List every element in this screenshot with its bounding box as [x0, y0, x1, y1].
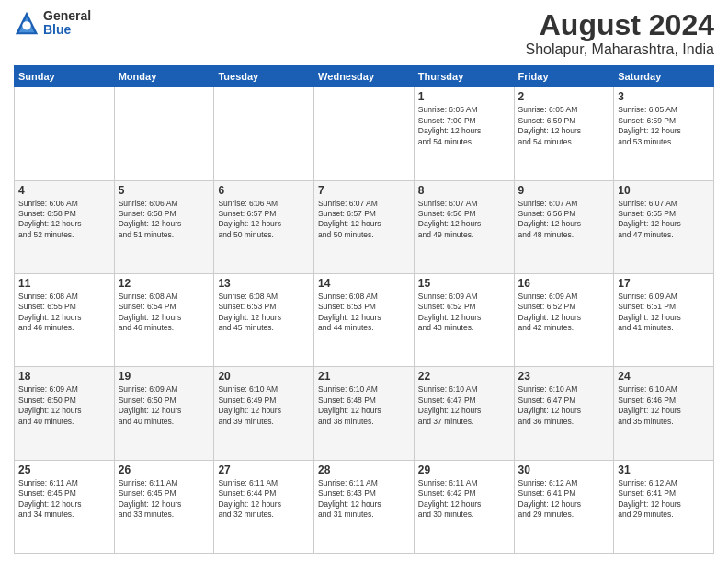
day-info: Sunrise: 6:05 AM Sunset: 6:59 PM Dayligh…: [618, 105, 710, 147]
header: General Blue August 2024 Sholapur, Mahar…: [14, 9, 714, 58]
day-number: 5: [119, 184, 210, 197]
day-info: Sunrise: 6:09 AM Sunset: 6:52 PM Dayligh…: [418, 292, 510, 334]
day-info: Sunrise: 6:09 AM Sunset: 6:50 PM Dayligh…: [119, 385, 210, 427]
day-number: 11: [18, 277, 110, 290]
day-number: 29: [418, 464, 510, 477]
title-section: August 2024 Sholapur, Maharashtra, India: [526, 9, 714, 58]
day-info: Sunrise: 6:10 AM Sunset: 6:46 PM Dayligh…: [618, 385, 710, 427]
day-number: 30: [518, 464, 610, 477]
day-number: 16: [518, 277, 610, 290]
day-info: Sunrise: 6:08 AM Sunset: 6:54 PM Dayligh…: [119, 292, 210, 334]
day-info: Sunrise: 6:07 AM Sunset: 6:57 PM Dayligh…: [318, 199, 410, 241]
col-wednesday: Wednesday: [314, 66, 415, 87]
day-number: 6: [218, 184, 310, 197]
day-cell-4-4: 29Sunrise: 6:11 AM Sunset: 6:42 PM Dayli…: [414, 460, 514, 553]
day-cell-4-1: 26Sunrise: 6:11 AM Sunset: 6:45 PM Dayli…: [114, 460, 214, 553]
day-number: 13: [218, 277, 310, 290]
logo-text: General Blue: [43, 9, 91, 38]
day-number: 19: [119, 370, 210, 383]
day-cell-1-0: 4Sunrise: 6:06 AM Sunset: 6:58 PM Daylig…: [15, 180, 115, 273]
day-number: 18: [18, 370, 110, 383]
day-cell-0-4: 1Sunrise: 6:05 AM Sunset: 7:00 PM Daylig…: [414, 87, 514, 180]
day-info: Sunrise: 6:06 AM Sunset: 6:57 PM Dayligh…: [218, 199, 310, 241]
main-title: August 2024: [526, 9, 714, 41]
day-cell-4-3: 28Sunrise: 6:11 AM Sunset: 6:43 PM Dayli…: [314, 460, 415, 553]
day-info: Sunrise: 6:11 AM Sunset: 6:42 PM Dayligh…: [418, 478, 510, 521]
day-cell-1-2: 6Sunrise: 6:06 AM Sunset: 6:57 PM Daylig…: [214, 180, 314, 273]
day-number: 25: [18, 464, 110, 477]
week-row-2: 11Sunrise: 6:08 AM Sunset: 6:55 PM Dayli…: [15, 273, 714, 366]
day-number: 3: [618, 90, 710, 103]
col-sunday: Sunday: [15, 66, 115, 87]
col-monday: Monday: [114, 66, 214, 87]
col-tuesday: Tuesday: [214, 66, 314, 87]
day-cell-2-5: 16Sunrise: 6:09 AM Sunset: 6:52 PM Dayli…: [514, 273, 614, 366]
day-number: 23: [518, 370, 610, 383]
day-info: Sunrise: 6:08 AM Sunset: 6:53 PM Dayligh…: [318, 292, 410, 334]
day-number: 8: [418, 184, 510, 197]
day-cell-1-5: 9Sunrise: 6:07 AM Sunset: 6:56 PM Daylig…: [514, 180, 614, 273]
day-number: 26: [119, 464, 210, 477]
day-number: 24: [618, 370, 710, 383]
day-info: Sunrise: 6:12 AM Sunset: 6:41 PM Dayligh…: [518, 478, 610, 521]
day-cell-2-0: 11Sunrise: 6:08 AM Sunset: 6:55 PM Dayli…: [15, 273, 115, 366]
logo-icon: [14, 10, 40, 36]
day-info: Sunrise: 6:05 AM Sunset: 6:59 PM Dayligh…: [518, 105, 610, 147]
day-number: 17: [618, 277, 710, 290]
day-cell-1-4: 8Sunrise: 6:07 AM Sunset: 6:56 PM Daylig…: [414, 180, 514, 273]
day-cell-2-4: 15Sunrise: 6:09 AM Sunset: 6:52 PM Dayli…: [414, 273, 514, 366]
day-cell-2-1: 12Sunrise: 6:08 AM Sunset: 6:54 PM Dayli…: [114, 273, 214, 366]
day-number: 28: [318, 464, 410, 477]
col-thursday: Thursday: [414, 66, 514, 87]
week-row-0: 1Sunrise: 6:05 AM Sunset: 7:00 PM Daylig…: [15, 87, 714, 180]
day-cell-3-6: 24Sunrise: 6:10 AM Sunset: 6:46 PM Dayli…: [614, 367, 714, 460]
day-info: Sunrise: 6:09 AM Sunset: 6:51 PM Dayligh…: [618, 292, 710, 334]
day-number: 10: [618, 184, 710, 197]
page: General Blue August 2024 Sholapur, Mahar…: [0, 0, 728, 563]
day-cell-4-2: 27Sunrise: 6:11 AM Sunset: 6:44 PM Dayli…: [214, 460, 314, 553]
day-cell-2-6: 17Sunrise: 6:09 AM Sunset: 6:51 PM Dayli…: [614, 273, 714, 366]
day-cell-1-3: 7Sunrise: 6:07 AM Sunset: 6:57 PM Daylig…: [314, 180, 415, 273]
day-info: Sunrise: 6:11 AM Sunset: 6:44 PM Dayligh…: [218, 478, 310, 521]
day-cell-3-4: 22Sunrise: 6:10 AM Sunset: 6:47 PM Dayli…: [414, 367, 514, 460]
day-info: Sunrise: 6:08 AM Sunset: 6:53 PM Dayligh…: [218, 292, 310, 334]
day-cell-3-3: 21Sunrise: 6:10 AM Sunset: 6:48 PM Dayli…: [314, 367, 415, 460]
day-info: Sunrise: 6:06 AM Sunset: 6:58 PM Dayligh…: [119, 199, 210, 241]
day-number: 2: [518, 90, 610, 103]
week-row-1: 4Sunrise: 6:06 AM Sunset: 6:58 PM Daylig…: [15, 180, 714, 273]
day-cell-0-3: [314, 87, 415, 180]
day-cell-1-6: 10Sunrise: 6:07 AM Sunset: 6:55 PM Dayli…: [614, 180, 714, 273]
day-number: 27: [218, 464, 310, 477]
calendar: Sunday Monday Tuesday Wednesday Thursday…: [14, 65, 714, 554]
day-cell-3-1: 19Sunrise: 6:09 AM Sunset: 6:50 PM Dayli…: [114, 367, 214, 460]
day-number: 9: [518, 184, 610, 197]
day-info: Sunrise: 6:09 AM Sunset: 6:52 PM Dayligh…: [518, 292, 610, 334]
day-info: Sunrise: 6:10 AM Sunset: 6:49 PM Dayligh…: [218, 385, 310, 427]
day-number: 22: [418, 370, 510, 383]
day-cell-4-6: 31Sunrise: 6:12 AM Sunset: 6:41 PM Dayli…: [614, 460, 714, 553]
day-info: Sunrise: 6:10 AM Sunset: 6:47 PM Dayligh…: [518, 385, 610, 427]
day-info: Sunrise: 6:12 AM Sunset: 6:41 PM Dayligh…: [618, 478, 710, 521]
day-cell-0-2: [214, 87, 314, 180]
day-number: 31: [618, 464, 710, 477]
day-number: 7: [318, 184, 410, 197]
day-cell-2-3: 14Sunrise: 6:08 AM Sunset: 6:53 PM Dayli…: [314, 273, 415, 366]
day-number: 21: [318, 370, 410, 383]
day-info: Sunrise: 6:11 AM Sunset: 6:45 PM Dayligh…: [18, 478, 110, 521]
day-cell-0-1: [114, 87, 214, 180]
logo: General Blue: [14, 9, 91, 38]
day-info: Sunrise: 6:06 AM Sunset: 6:58 PM Dayligh…: [18, 199, 110, 241]
day-info: Sunrise: 6:07 AM Sunset: 6:56 PM Dayligh…: [418, 199, 510, 241]
day-cell-0-0: [15, 87, 115, 180]
day-cell-3-2: 20Sunrise: 6:10 AM Sunset: 6:49 PM Dayli…: [214, 367, 314, 460]
day-info: Sunrise: 6:07 AM Sunset: 6:56 PM Dayligh…: [518, 199, 610, 241]
day-cell-0-5: 2Sunrise: 6:05 AM Sunset: 6:59 PM Daylig…: [514, 87, 614, 180]
day-cell-4-0: 25Sunrise: 6:11 AM Sunset: 6:45 PM Dayli…: [15, 460, 115, 553]
day-number: 1: [418, 90, 510, 103]
day-info: Sunrise: 6:05 AM Sunset: 7:00 PM Dayligh…: [418, 105, 510, 147]
subtitle: Sholapur, Maharashtra, India: [526, 41, 714, 58]
day-cell-3-5: 23Sunrise: 6:10 AM Sunset: 6:47 PM Dayli…: [514, 367, 614, 460]
day-info: Sunrise: 6:09 AM Sunset: 6:50 PM Dayligh…: [18, 385, 110, 427]
day-info: Sunrise: 6:11 AM Sunset: 6:43 PM Dayligh…: [318, 478, 410, 521]
day-cell-2-2: 13Sunrise: 6:08 AM Sunset: 6:53 PM Dayli…: [214, 273, 314, 366]
